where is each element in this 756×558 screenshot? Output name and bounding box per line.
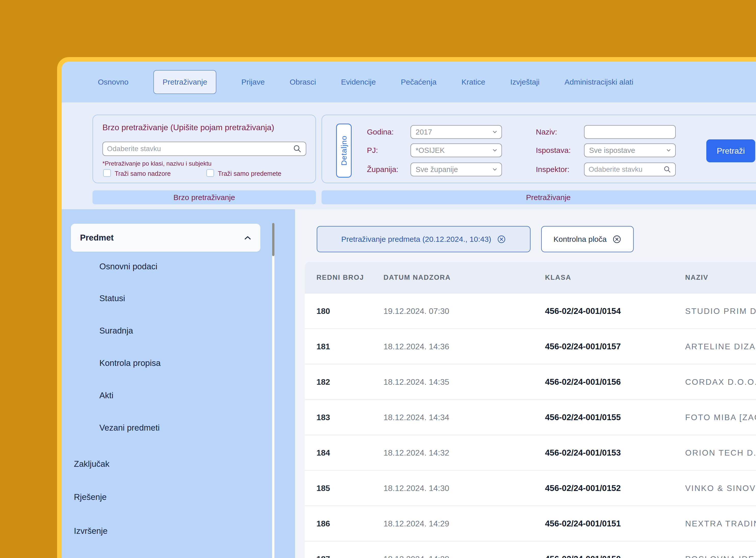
- cell-datum: 18.12.2024. 14:36: [383, 342, 449, 351]
- nav-tab-izvještaji[interactable]: Izvještaji: [510, 78, 539, 86]
- cell-datum: 18.12.2024. 14:32: [383, 448, 449, 457]
- sidebar-item-rješenje[interactable]: Rješenje: [74, 492, 106, 502]
- nav-tab-pretraživanje[interactable]: Pretraživanje: [153, 70, 216, 94]
- search-section: Brzo pretraživanje (Upišite pojam pretra…: [62, 102, 756, 209]
- results-table: REDNI BROJDATUM NADZORAKLASANAZIV 18019.…: [305, 262, 756, 558]
- nav-tab-evidencije[interactable]: Evidencije: [341, 78, 376, 86]
- detaljno-toggle[interactable]: Detaljno: [336, 124, 352, 178]
- sidebar-item-akti[interactable]: Akti: [99, 390, 114, 400]
- nav-tab-obrasci[interactable]: Obrasci: [290, 78, 316, 86]
- zupanija-label: Županija:: [367, 165, 398, 174]
- sidebar-scrollbar[interactable]: [272, 223, 274, 558]
- quick-search-footer-tab[interactable]: Brzo pretraživanje: [93, 190, 316, 204]
- checkbox-trazi-samo-predemete[interactable]: [206, 169, 214, 177]
- sidebar: Predmet Osnovni podaciStatusiSuradnjaKon…: [62, 209, 295, 558]
- app-window: OsnovnoPretraživanjePrijaveObrasciEviden…: [57, 57, 756, 558]
- sidebar-item-kontrola-propisa[interactable]: Kontrola propisa: [99, 358, 160, 368]
- quick-search-input[interactable]: [103, 145, 293, 153]
- sidebar-item-zaključak[interactable]: Zaključak: [74, 459, 109, 469]
- detailed-search-footer-label: Pretraživanje: [526, 193, 571, 202]
- naziv-field: [584, 125, 676, 139]
- nav-tab-administracijski-alati[interactable]: Administracijski alati: [565, 78, 633, 86]
- chevron-down-icon: [493, 168, 497, 171]
- godina-select[interactable]: 2017: [410, 125, 502, 139]
- table-row[interactable]: 18218.12.2024. 14:35456-02/24-001/0156CO…: [305, 364, 756, 400]
- table-row[interactable]: 18618.12.2024. 14:29456-02/24-001/0151NE…: [305, 506, 756, 541]
- column-header-redni-broj[interactable]: REDNI BROJ: [317, 274, 364, 282]
- cell-klasa: 456-02/24-001/0156: [545, 377, 621, 387]
- close-circle-icon[interactable]: [497, 235, 506, 244]
- detaljno-label: Detaljno: [339, 135, 348, 166]
- cell-redni: 183: [317, 412, 330, 422]
- cell-redni: 186: [317, 519, 330, 528]
- column-header-datum-nadzora[interactable]: DATUM NADZORA: [383, 274, 451, 282]
- table-row[interactable]: 18118.12.2024. 14:36456-02/24-001/0157AR…: [305, 329, 756, 364]
- top-navbar: OsnovnoPretraživanjePrijaveObrasciEviden…: [62, 62, 756, 102]
- cell-datum: 18.12.2024. 14:29: [383, 519, 449, 528]
- table-row[interactable]: 18718.12.2024. 14:28456-02/24-001/0150PO…: [305, 541, 756, 558]
- main-panel: Pretraživanje predmeta (20.12.2024., 10:…: [295, 209, 756, 558]
- inspektor-label: Inspektor:: [536, 165, 570, 174]
- ispostava-value: Sve ispostave: [589, 146, 666, 155]
- sidebar-scrollbar-thumb[interactable]: [272, 223, 274, 256]
- result-tab-label: Pretraživanje predmeta (20.12.2024., 10:…: [341, 235, 491, 244]
- godina-value: 2017: [415, 128, 493, 136]
- sidebar-item-statusi[interactable]: Statusi: [99, 294, 125, 303]
- inspektor-input[interactable]: [584, 166, 663, 174]
- detailed-search-footer-tab[interactable]: Pretraživanje: [322, 190, 756, 204]
- cell-naziv: POSLOVNA IDE: [685, 554, 755, 558]
- sidebar-header-label: Predmet: [80, 233, 244, 243]
- table-row[interactable]: 18518.12.2024. 14:30456-02/24-001/0152VI…: [305, 471, 756, 506]
- cell-datum: 18.12.2024. 14:28: [383, 554, 449, 558]
- result-tab-kontrolna-ploča[interactable]: Kontrolna ploča: [541, 226, 634, 252]
- ispostava-select[interactable]: Sve ispostave: [584, 144, 676, 157]
- cell-redni: 181: [317, 342, 330, 351]
- table-row[interactable]: 18418.12.2024. 14:32456-02/24-001/0153OR…: [305, 435, 756, 471]
- godina-label: Godina:: [367, 128, 394, 136]
- naziv-input[interactable]: [584, 128, 675, 136]
- cell-datum: 19.12.2024. 07:30: [383, 306, 449, 316]
- checkbox-trazi-samo-nadzore[interactable]: [103, 169, 111, 177]
- checkbox-label: Traži samo predemete: [218, 170, 281, 177]
- cell-naziv: FOTO MIBA [ZAG: [685, 412, 756, 422]
- nav-tab-pečaćenja[interactable]: Pečaćenja: [401, 78, 436, 86]
- pretrazi-button[interactable]: Pretraži: [706, 140, 755, 162]
- cell-redni: 185: [317, 483, 330, 493]
- zupanija-select[interactable]: Sve županije: [410, 162, 502, 176]
- inspektor-field: [584, 162, 676, 176]
- table-row[interactable]: 18019.12.2024. 07:30456-02/24-001/0154ST…: [305, 294, 756, 329]
- cell-naziv: NEXTRA TRADIN: [685, 519, 756, 528]
- nav-tab-kratice[interactable]: Kratice: [461, 78, 485, 86]
- search-icon[interactable]: [663, 166, 671, 173]
- cell-klasa: 456-02/24-001/0155: [545, 412, 621, 422]
- close-circle-icon[interactable]: [612, 235, 622, 244]
- cell-redni: 182: [317, 377, 330, 386]
- result-tab-pretraživanje-predmeta-20-12-2024-10-43[interactable]: Pretraživanje predmeta (20.12.2024., 10:…: [317, 226, 530, 252]
- pj-select[interactable]: *OSIJEK: [410, 144, 502, 157]
- sidebar-item-izvršenje[interactable]: Izvršenje: [74, 526, 107, 536]
- table-row[interactable]: 18318.12.2024. 14:34456-02/24-001/0155FO…: [305, 400, 756, 435]
- cell-klasa: 456-02/24-001/0150: [545, 554, 621, 558]
- sidebar-item-predmet[interactable]: Predmet: [71, 224, 260, 252]
- detailed-search-panel: Detaljno Godina: 2017 PJ: *OSIJEK Župani…: [322, 115, 756, 183]
- pj-label: PJ:: [367, 146, 378, 155]
- cell-klasa: 456-02/24-001/0154: [545, 306, 621, 316]
- ispostava-label: Ispostava:: [536, 146, 571, 155]
- sidebar-item-vezani-predmeti[interactable]: Vezani predmeti: [99, 423, 160, 433]
- cell-naziv: ORION TECH D.O: [685, 448, 756, 457]
- zupanija-value: Sve županije: [415, 166, 493, 174]
- sidebar-item-osnovni-podaci[interactable]: Osnovni podaci: [99, 262, 157, 271]
- cell-naziv: VINKO & SINOVI: [685, 483, 756, 493]
- chevron-down-icon: [493, 149, 497, 152]
- cell-naziv: ARTELINE DIZAJ: [685, 342, 756, 351]
- nav-tab-osnovno[interactable]: Osnovno: [98, 78, 128, 86]
- column-header-naziv[interactable]: NAZIV: [685, 274, 708, 282]
- sidebar-item-suradnja[interactable]: Suradnja: [99, 326, 133, 335]
- result-tab-label: Kontrolna ploča: [553, 235, 606, 244]
- quick-search-panel: Brzo pretraživanje (Upišite pojam pretra…: [93, 115, 316, 183]
- chevron-up-icon: [244, 236, 251, 240]
- search-icon[interactable]: [293, 145, 302, 153]
- checkbox-label: Traži samo nadzore: [115, 170, 171, 177]
- nav-tab-prijave[interactable]: Prijave: [241, 78, 265, 86]
- column-header-klasa[interactable]: KLASA: [545, 274, 571, 282]
